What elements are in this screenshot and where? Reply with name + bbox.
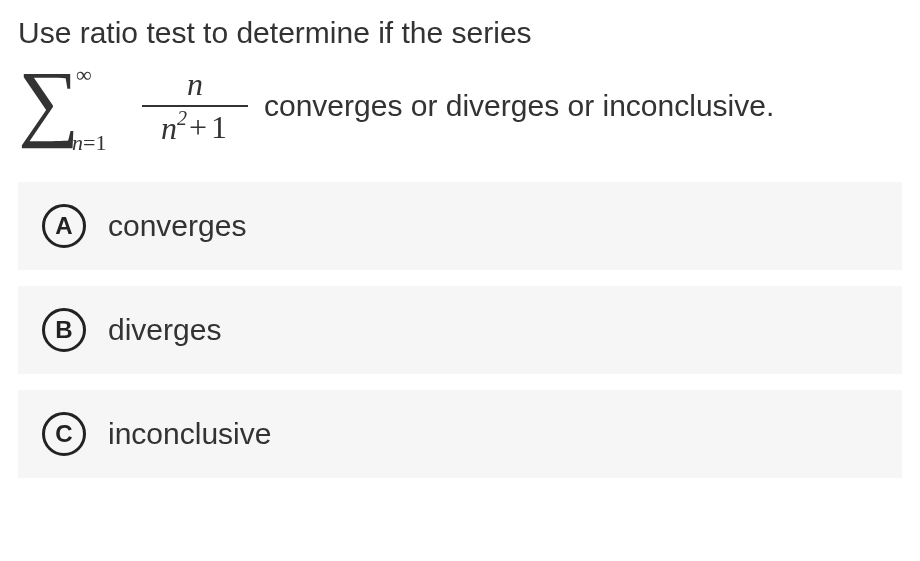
sigma-lower-var: n [72,130,83,155]
fraction: n n2+1 [142,66,248,147]
fraction-numerator: n [183,66,207,105]
question-intro: Use ratio test to determine if the serie… [18,16,902,50]
option-label: diverges [108,313,221,347]
den-const: 1 [209,109,229,145]
sigma-lower-bound: n=1 [72,130,106,156]
option-label: inconclusive [108,417,271,451]
sigma-upper-bound: ∞ [76,62,92,88]
option-label: converges [108,209,246,243]
option-key-circle: A [42,204,86,248]
question-container: Use ratio test to determine if the serie… [0,0,920,478]
den-var: n [161,109,177,145]
options-list: A converges B diverges C inconclusive [18,182,902,478]
option-a[interactable]: A converges [18,182,902,270]
fraction-denominator: n2+1 [157,107,233,147]
summation-expression: ∑ ∞ n=1 n n2+1 [18,58,248,154]
sigma-icon: ∑ [18,58,79,144]
question-math-line: ∑ ∞ n=1 n n2+1 converges or diverges or … [18,58,902,154]
den-plus: + [187,109,209,145]
option-b[interactable]: B diverges [18,286,902,374]
sigma-lower-val: 1 [95,130,106,155]
sigma-lower-eq: = [83,130,95,155]
den-exp: 2 [177,107,187,129]
option-key-circle: B [42,308,86,352]
question-tail: converges or diverges or inconclusive. [264,89,774,123]
sigma-symbol-wrap: ∑ ∞ n=1 [18,58,78,154]
option-c[interactable]: C inconclusive [18,390,902,478]
option-key-circle: C [42,412,86,456]
